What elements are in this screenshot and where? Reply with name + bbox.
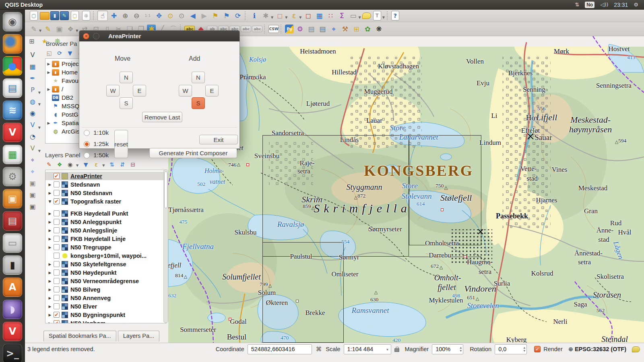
- add-vector-layer-icon[interactable]: V: [27, 49, 38, 60]
- bug-plugin-icon[interactable]: ❋: [374, 24, 384, 34]
- layer-visibility-checkbox[interactable]: [54, 269, 60, 276]
- radio-icon[interactable]: [84, 152, 90, 158]
- grid-icon[interactable]: ⊞: [29, 37, 34, 46]
- expand-arrow-icon[interactable]: ▶: [47, 279, 53, 283]
- scale-lock-icon[interactable]: [394, 348, 399, 352]
- expand-arrow-icon[interactable]: ▶: [45, 121, 52, 125]
- browser-filter-icon[interactable]: ▼: [66, 49, 74, 57]
- help-icon[interactable]: ?: [391, 11, 399, 21]
- reset-button[interactable]: reset: [114, 130, 128, 158]
- expand-all-icon[interactable]: ⇅: [108, 160, 116, 169]
- print-icon[interactable]: ▤: [306, 24, 316, 34]
- dropdown-arrow-icon[interactable]: ▼: [299, 16, 301, 19]
- select-expression-icon[interactable]: ε: [289, 10, 299, 21]
- show-bookmarks-icon[interactable]: ⚑: [221, 10, 232, 21]
- layer-visibility-checkbox[interactable]: [54, 236, 60, 242]
- gps-tools-icon[interactable]: ⌖: [27, 154, 38, 165]
- layer-row-kongsberg-10mil-waypoi-[interactable]: kongsberg+10mil, waypoi...: [45, 251, 166, 260]
- add-feature-icon[interactable]: ❖: [65, 24, 76, 34]
- expand-arrow-icon[interactable]: ▶: [45, 70, 52, 74]
- label-abc-rotate-icon[interactable]: abc: [241, 26, 251, 32]
- dialog-minimize-icon[interactable]: [93, 33, 99, 39]
- layer-visibility-checkbox[interactable]: [54, 295, 60, 301]
- zoom-native-icon[interactable]: 1:1: [142, 10, 153, 21]
- scale-radio-1-10k[interactable]: 1:10k: [84, 129, 109, 136]
- open-project-icon[interactable]: [40, 12, 50, 20]
- launcher-mobile-phone[interactable]: ▮: [3, 255, 22, 275]
- zoom-to-layer-icon[interactable]: ⊙: [176, 10, 187, 21]
- label-abc-edit-icon[interactable]: abc: [252, 26, 262, 32]
- save-project-as-icon[interactable]: ✎: [60, 11, 69, 20]
- add-e-button[interactable]: E: [205, 85, 219, 97]
- gps-connect-icon[interactable]: ⌖: [27, 166, 38, 177]
- expand-arrow-icon[interactable]: ▶: [47, 304, 53, 309]
- camera-export-icon[interactable]: ▣: [27, 201, 38, 212]
- layer-visibility-checkbox[interactable]: ✔: [54, 320, 60, 323]
- layer-row-n50-anleggslinje[interactable]: ▶N50 Anleggslinje: [45, 226, 166, 234]
- layer-visibility-checkbox[interactable]: [54, 278, 60, 284]
- render-checkbox[interactable]: ✓: [534, 346, 541, 352]
- grid-plugin-icon[interactable]: ⊞: [351, 24, 361, 34]
- add-raster-layer-icon[interactable]: ▦: [27, 61, 38, 72]
- zoom-out-icon[interactable]: ⊖: [131, 10, 142, 21]
- csw-icon[interactable]: CSW: [268, 25, 279, 33]
- exit-button[interactable]: Exit: [199, 135, 238, 144]
- expand-arrow-icon[interactable]: ▶: [47, 262, 53, 266]
- plugin-settings-icon[interactable]: ⚙: [295, 24, 305, 34]
- layer-visibility-checkbox[interactable]: [54, 227, 60, 233]
- save-project-icon[interactable]: ▮: [50, 11, 59, 20]
- layer-visibility-checkbox[interactable]: [54, 219, 60, 225]
- new-composer-icon[interactable]: ▢: [71, 11, 79, 21]
- add-oracle-layer-icon[interactable]: ◔: [27, 131, 38, 142]
- leaf-plugin-icon[interactable]: ✿: [362, 24, 373, 34]
- move-s-button[interactable]: S: [120, 97, 133, 109]
- dropdown-arrow-icon[interactable]: ▼: [285, 16, 287, 19]
- layer-visibility-checkbox[interactable]: ✔: [54, 198, 60, 204]
- expand-arrow-icon[interactable]: ▼: [47, 200, 53, 204]
- launcher-usb-drive[interactable]: ▭: [3, 233, 22, 253]
- expand-arrow-icon[interactable]: ▶: [47, 228, 53, 232]
- remove-layer-icon[interactable]: ⊟: [129, 160, 137, 169]
- new-bookmark-icon[interactable]: ⚑: [210, 10, 221, 21]
- add-s-button[interactable]: S: [192, 97, 205, 109]
- dropdown-arrow-icon[interactable]: ▼: [102, 164, 105, 169]
- dropdown-arrow-icon[interactable]: ▼: [271, 16, 273, 19]
- expand-arrow-icon[interactable]: ▶: [47, 321, 53, 324]
- clock[interactable]: 23:31: [614, 2, 628, 8]
- dropdown-arrow-icon[interactable]: ▼: [76, 29, 78, 33]
- filter-expression-icon[interactable]: ε: [92, 160, 100, 169]
- add-group-icon[interactable]: ❖: [56, 160, 64, 169]
- generate-print-composer-button[interactable]: Generate Print Composer: [149, 148, 237, 158]
- extents-icon[interactable]: ⌘: [316, 346, 322, 352]
- expand-arrow-icon[interactable]: ▶: [47, 191, 53, 195]
- python-console-icon[interactable]: Py: [285, 25, 294, 33]
- launcher-libreoffice-impress[interactable]: ▤: [3, 78, 22, 98]
- dialog-titlebar[interactable]: ✕ AreaPrinter: [79, 31, 239, 41]
- network-arrows-icon[interactable]: ⇅: [575, 2, 579, 8]
- add-wcs-layer-icon[interactable]: ◉: [27, 108, 38, 118]
- layer-row-n50-elver[interactable]: ▶N50 Elver: [45, 302, 166, 311]
- composer-manager-icon[interactable]: ⊕: [82, 11, 90, 21]
- sum-icon[interactable]: Σ: [336, 10, 347, 21]
- layer-row-n50-anleggspunkt[interactable]: ▶N50 Anleggspunkt: [45, 218, 166, 226]
- layer-visibility-checkbox[interactable]: [54, 286, 60, 292]
- layer-visibility-checkbox[interactable]: ✔: [54, 173, 60, 179]
- maptips-icon[interactable]: [362, 12, 371, 19]
- deselect-icon[interactable]: ◻: [303, 10, 313, 21]
- dropdown-arrow-icon[interactable]: ▼: [382, 16, 385, 19]
- add-selected-layers-icon[interactable]: ◱: [45, 49, 53, 57]
- layer-visibility-checkbox[interactable]: [54, 181, 60, 187]
- layer-row-topografisk-raster[interactable]: ▼✔Topografisk raster: [45, 197, 166, 206]
- add-w-button[interactable]: W: [179, 85, 192, 97]
- dropdown-arrow-icon[interactable]: ▼: [76, 164, 78, 169]
- layer-visibility-checkbox[interactable]: [54, 261, 60, 267]
- radio-icon[interactable]: [84, 130, 90, 136]
- style-manager-icon[interactable]: ✎: [45, 160, 53, 169]
- dropdown-arrow-icon[interactable]: ▼: [39, 29, 41, 33]
- add-wms-layer-icon[interactable]: ◍▼: [27, 96, 38, 107]
- filter-legend-icon[interactable]: ▼: [82, 160, 90, 169]
- identify-icon[interactable]: ℹ: [249, 10, 260, 21]
- coordinate-input[interactable]: 524882,6603416: [248, 344, 312, 354]
- zoom-full-icon[interactable]: ✥: [154, 10, 164, 21]
- launcher-ubuntu-dash[interactable]: ◉: [3, 12, 22, 31]
